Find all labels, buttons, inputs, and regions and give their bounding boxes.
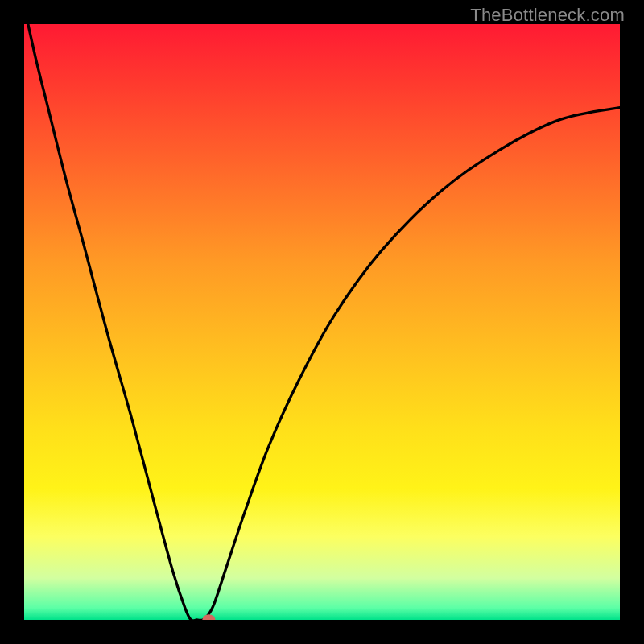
minimum-marker xyxy=(202,614,215,620)
curve-layer xyxy=(24,24,620,620)
plot-area xyxy=(24,24,620,620)
chart-frame: TheBottleneck.com xyxy=(0,0,644,644)
bottleneck-curve xyxy=(24,24,620,620)
watermark-text: TheBottleneck.com xyxy=(470,5,625,26)
